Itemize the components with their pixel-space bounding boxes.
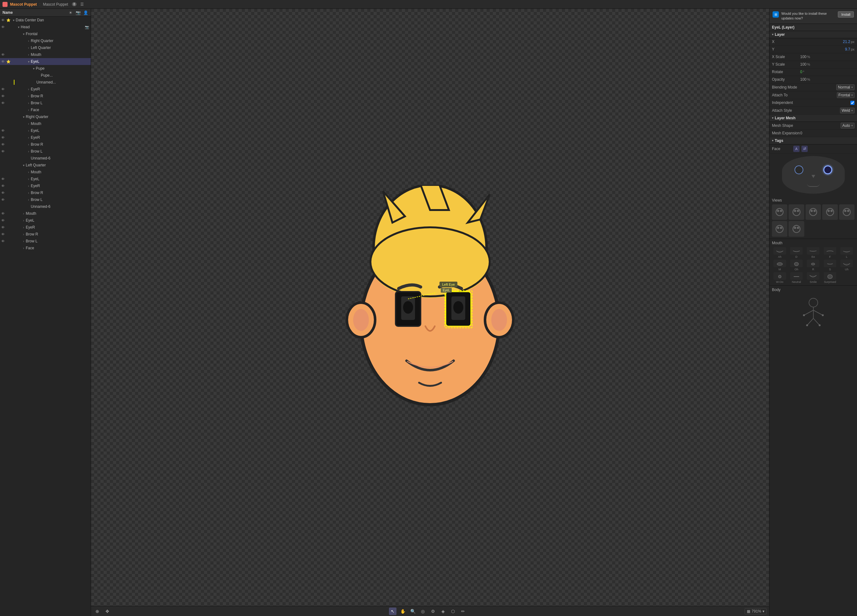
layer-row-pupe-group[interactable]: ▾ Pupe	[0, 65, 91, 72]
layer-row-data-center-dan[interactable]: 👁 ⭐ ▾ Data Center Dan	[0, 17, 91, 23]
layer-row-brow-l-2[interactable]: 👁 › Brow L	[0, 148, 91, 155]
layer-row-eyer-main[interactable]: 👁 › EyeR	[0, 224, 91, 231]
mouth-ee[interactable]: Ee	[806, 247, 821, 258]
layer-row-mouth-main[interactable]: 👁 › Mouth	[0, 210, 91, 217]
canvas-wrapper[interactable]: Left Eye EyeL	[91, 9, 769, 606]
zoom-tool-button[interactable]: 🔍	[409, 608, 416, 615]
body-diagram[interactable]	[772, 294, 854, 330]
expander[interactable]: ›	[26, 108, 31, 112]
layer-row-unnamed-6-2[interactable]: Unnamed-6	[0, 203, 91, 210]
attach-style-dropdown[interactable]: Weld ▾	[800, 108, 854, 113]
mouth-f[interactable]: F	[822, 247, 837, 258]
expander[interactable]: ›	[26, 46, 31, 50]
expander[interactable]: ›	[21, 219, 26, 222]
mesh-shape-dropdown[interactable]: Auto ▾	[800, 123, 854, 128]
layer-row-mouth-2[interactable]: › Mouth	[0, 120, 91, 127]
expander[interactable]: ›	[26, 53, 31, 57]
overlap-button[interactable]: ◈	[439, 608, 447, 615]
expander[interactable]: ›	[26, 170, 31, 174]
mouth-d[interactable]: D	[789, 247, 804, 258]
attach-to-dropdown[interactable]: Frontal ▾	[800, 92, 854, 98]
expander[interactable]: ▾	[21, 115, 26, 119]
view-thumb-6[interactable]	[772, 221, 787, 237]
eye-icon[interactable]: 👁	[0, 191, 6, 195]
mouth-uh[interactable]: Uh	[839, 260, 854, 271]
eye-icon[interactable]: 👁	[0, 101, 6, 105]
layer-section-header[interactable]: ▾ Layer	[769, 31, 857, 38]
layer-row-left-quarter[interactable]: ▾ Left Quarter	[0, 162, 91, 169]
eye-icon[interactable]: 👁	[0, 87, 6, 91]
tag-arrows-button[interactable]: ⇄	[801, 145, 808, 152]
layer-row-eyel-3[interactable]: 👁 › EyeL	[0, 175, 91, 183]
eye-icon[interactable]: 👁	[0, 136, 6, 139]
menu-icon[interactable]: ☰	[80, 2, 84, 6]
eye-icon[interactable]: 👁	[0, 129, 6, 133]
blend-mode-value[interactable]: Normal ▾	[836, 84, 854, 90]
layer-row-left-quarter-group[interactable]: › Left Quarter	[0, 44, 91, 51]
mouth-smile[interactable]: Smile	[806, 272, 821, 283]
expander[interactable]: ›	[26, 101, 31, 105]
expander[interactable]: ›	[26, 136, 31, 139]
tag-a-button[interactable]: A	[793, 145, 800, 152]
mouth-ah[interactable]: Ah	[772, 247, 787, 258]
layer-row-pupe-item[interactable]: Pupe...	[0, 72, 91, 79]
expander[interactable]: ▾	[16, 25, 21, 29]
prop-value-y[interactable]: 9.7	[800, 47, 850, 51]
expander[interactable]: ▾	[11, 19, 16, 22]
attach-style-value[interactable]: Weld ▾	[840, 108, 854, 113]
mouth-r[interactable]: R	[806, 260, 821, 271]
expander[interactable]: ›	[26, 184, 31, 188]
eye-icon[interactable]: 👁	[0, 53, 6, 57]
layer-row-eyer-3[interactable]: 👁 › EyeR	[0, 183, 91, 189]
eye-icon[interactable]: 👁	[0, 212, 6, 215]
layer-row-eyel-2[interactable]: 👁 › EyeL	[0, 127, 91, 134]
layer-row-brow-l-1[interactable]: 👁 › Brow L	[0, 99, 91, 107]
eye-icon[interactable]: 👁	[0, 184, 6, 188]
expander[interactable]: ›	[21, 240, 26, 243]
mouth-m[interactable]: M	[772, 260, 787, 271]
layer-row-face-main[interactable]: › Face	[0, 245, 91, 251]
expander[interactable]: ›	[26, 150, 31, 153]
eye-icon[interactable]: 👁	[0, 60, 6, 63]
select-tool-button[interactable]: ↖	[389, 608, 396, 615]
view-thumb-5[interactable]	[839, 204, 854, 220]
prop-value-yscale[interactable]: 100	[800, 62, 806, 67]
layer-row-eyel-selected[interactable]: 👁 ⭐ ▾ EyeL	[0, 58, 91, 65]
expander[interactable]: ›	[26, 129, 31, 133]
layer-row-mouth-3[interactable]: › Mouth	[0, 169, 91, 175]
expander[interactable]: ›	[26, 39, 31, 43]
expander[interactable]: ›	[21, 226, 26, 229]
prop-value-rotate[interactable]: 0	[800, 70, 802, 74]
face-diag-eye-left[interactable]	[795, 166, 803, 174]
mouth-l[interactable]: L	[839, 247, 854, 258]
face-diagram[interactable]	[782, 156, 845, 194]
eye-icon[interactable]: 👁	[0, 232, 6, 236]
view-thumb-2[interactable]	[789, 204, 804, 220]
prop-value-xscale[interactable]: 100	[800, 55, 806, 59]
layer-row-eyer-1[interactable]: 👁 › EyeR	[0, 86, 91, 93]
expander[interactable]: ▾	[21, 164, 26, 167]
view-thumb-4[interactable]	[822, 204, 837, 220]
layer-row-brow-l-3[interactable]: 👁 › Brow L	[0, 196, 91, 203]
expander[interactable]: ›	[26, 177, 31, 181]
layer-row-mouth-1[interactable]: 👁 › Mouth	[0, 51, 91, 58]
mouth-neutral[interactable]: Neutral	[789, 272, 804, 283]
layer-row-brow-r-3[interactable]: 👁 › Brow R	[0, 189, 91, 196]
install-button[interactable]: Install	[838, 11, 854, 18]
tags-section-header[interactable]: ▾ Tags	[769, 137, 857, 144]
layer-row-brow-l-main[interactable]: 👁 › Brow L	[0, 238, 91, 245]
expander[interactable]: ›	[21, 246, 26, 250]
mesh-shape-value[interactable]: Auto ▾	[841, 123, 854, 128]
attach-to-value[interactable]: Frontal ▾	[837, 92, 854, 98]
layer-row-head[interactable]: 👁 ▾ Head 📷	[0, 23, 91, 31]
eye-icon[interactable]: 👁	[0, 94, 6, 98]
expander[interactable]: ›	[21, 233, 26, 236]
layer-row-unnamed-6-1[interactable]: Unnamed-6	[0, 155, 91, 162]
prop-value-opacity[interactable]: 100	[800, 77, 806, 82]
expander[interactable]: ›	[21, 212, 26, 215]
eye-icon[interactable]: 👁	[0, 226, 6, 229]
layer-row-face-1[interactable]: › Face	[0, 107, 91, 113]
view-thumb-3[interactable]	[806, 204, 821, 220]
navigate-tool-button[interactable]: ⊕	[94, 608, 101, 615]
move-layer-button[interactable]: ✥	[104, 608, 111, 615]
